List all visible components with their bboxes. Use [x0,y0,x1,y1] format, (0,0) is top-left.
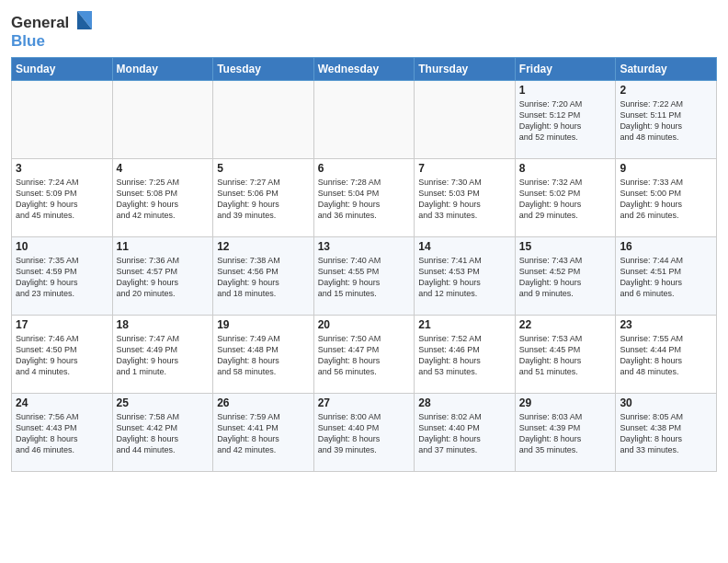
calendar-cell: 29Sunrise: 8:03 AM Sunset: 4:39 PM Dayli… [515,394,616,472]
day-info: Sunrise: 8:03 AM Sunset: 4:39 PM Dayligh… [519,411,612,456]
day-number: 11 [117,240,210,253]
calendar-cell: 15Sunrise: 7:43 AM Sunset: 4:52 PM Dayli… [515,237,616,316]
day-info: Sunrise: 8:00 AM Sunset: 4:40 PM Dayligh… [318,411,411,456]
calendar-cell: 25Sunrise: 7:58 AM Sunset: 4:42 PM Dayli… [112,394,213,472]
svg-text:Blue: Blue [11,32,45,50]
calendar-cell: 17Sunrise: 7:46 AM Sunset: 4:50 PM Dayli… [12,316,113,394]
day-number: 6 [318,162,411,175]
day-info: Sunrise: 7:49 AM Sunset: 4:48 PM Dayligh… [217,333,310,378]
day-number: 8 [519,162,612,175]
day-number: 22 [519,318,612,331]
calendar-cell: 27Sunrise: 8:00 AM Sunset: 4:40 PM Dayli… [313,394,415,472]
calendar-cell [415,81,516,159]
day-number: 20 [318,318,411,331]
calendar-cell: 18Sunrise: 7:47 AM Sunset: 4:49 PM Dayli… [112,316,213,394]
day-number: 13 [318,240,411,253]
day-info: Sunrise: 7:35 AM Sunset: 4:59 PM Dayligh… [16,255,108,300]
day-info: Sunrise: 8:02 AM Sunset: 4:40 PM Dayligh… [418,411,511,456]
day-info: Sunrise: 7:20 AM Sunset: 5:12 PM Dayligh… [519,98,612,144]
calendar-cell: 7Sunrise: 7:30 AM Sunset: 5:03 PM Daylig… [415,159,516,237]
day-info: Sunrise: 7:50 AM Sunset: 4:47 PM Dayligh… [318,333,411,378]
day-number: 24 [16,396,108,409]
calendar-cell: 19Sunrise: 7:49 AM Sunset: 4:48 PM Dayli… [213,316,314,394]
calendar-cell: 24Sunrise: 7:56 AM Sunset: 4:43 PM Dayli… [12,394,113,472]
day-info: Sunrise: 7:41 AM Sunset: 4:53 PM Dayligh… [418,255,511,300]
day-number: 10 [16,240,108,253]
calendar-cell: 1Sunrise: 7:20 AM Sunset: 5:12 PM Daylig… [515,81,616,159]
calendar-cell: 21Sunrise: 7:52 AM Sunset: 4:46 PM Dayli… [415,316,516,394]
day-info: Sunrise: 7:25 AM Sunset: 5:08 PM Dayligh… [117,177,210,222]
calendar-cell: 13Sunrise: 7:40 AM Sunset: 4:55 PM Dayli… [313,237,415,316]
day-info: Sunrise: 7:30 AM Sunset: 5:03 PM Dayligh… [418,177,511,222]
day-number: 25 [117,396,210,409]
calendar-week-5: 24Sunrise: 7:56 AM Sunset: 4:43 PM Dayli… [12,394,717,472]
day-info: Sunrise: 7:22 AM Sunset: 5:11 PM Dayligh… [620,98,712,144]
day-number: 5 [217,162,310,175]
day-number: 30 [620,396,712,409]
page-header: GeneralBlue [11,9,717,50]
day-number: 12 [217,240,310,253]
calendar-cell: 3Sunrise: 7:24 AM Sunset: 5:09 PM Daylig… [12,159,113,237]
calendar-cell: 20Sunrise: 7:50 AM Sunset: 4:47 PM Dayli… [313,316,415,394]
day-info: Sunrise: 7:58 AM Sunset: 4:42 PM Dayligh… [117,411,210,456]
day-info: Sunrise: 7:53 AM Sunset: 4:45 PM Dayligh… [519,333,612,378]
day-info: Sunrise: 7:24 AM Sunset: 5:09 PM Dayligh… [16,177,108,222]
day-info: Sunrise: 7:59 AM Sunset: 4:41 PM Dayligh… [217,411,310,456]
day-number: 27 [318,396,411,409]
day-number: 26 [217,396,310,409]
weekday-header-wednesday: Wednesday [313,58,415,81]
day-number: 23 [620,318,712,331]
day-number: 4 [117,162,210,175]
calendar-cell: 14Sunrise: 7:41 AM Sunset: 4:53 PM Dayli… [415,237,516,316]
weekday-header-row: SundayMondayTuesdayWednesdayThursdayFrid… [12,58,717,81]
day-number: 9 [620,162,712,175]
weekday-header-tuesday: Tuesday [213,58,314,81]
page-container: GeneralBlue SundayMondayTuesdayWednesday… [0,0,728,477]
calendar-cell: 2Sunrise: 7:22 AM Sunset: 5:11 PM Daylig… [616,81,717,159]
day-number: 1 [519,84,612,97]
weekday-header-saturday: Saturday [616,58,717,81]
calendar-cell: 11Sunrise: 7:36 AM Sunset: 4:57 PM Dayli… [112,237,213,316]
day-number: 17 [16,318,108,331]
day-number: 16 [620,240,712,253]
logo: GeneralBlue [11,9,94,50]
weekday-header-thursday: Thursday [415,58,516,81]
day-number: 3 [16,162,108,175]
calendar-cell [213,81,314,159]
svg-text:General: General [11,14,69,31]
calendar-week-2: 3Sunrise: 7:24 AM Sunset: 5:09 PM Daylig… [12,159,717,237]
day-number: 29 [519,396,612,409]
day-info: Sunrise: 7:32 AM Sunset: 5:02 PM Dayligh… [519,177,612,222]
weekday-header-sunday: Sunday [12,58,113,81]
calendar-cell: 16Sunrise: 7:44 AM Sunset: 4:51 PM Dayli… [616,237,717,316]
calendar-cell: 26Sunrise: 7:59 AM Sunset: 4:41 PM Dayli… [213,394,314,472]
calendar-week-4: 17Sunrise: 7:46 AM Sunset: 4:50 PM Dayli… [12,316,717,394]
day-number: 21 [418,318,511,331]
day-info: Sunrise: 7:44 AM Sunset: 4:51 PM Dayligh… [620,255,712,300]
day-info: Sunrise: 7:56 AM Sunset: 4:43 PM Dayligh… [16,411,108,456]
day-info: Sunrise: 7:55 AM Sunset: 4:44 PM Dayligh… [620,333,712,378]
day-info: Sunrise: 7:28 AM Sunset: 5:04 PM Dayligh… [318,177,411,222]
calendar-cell: 10Sunrise: 7:35 AM Sunset: 4:59 PM Dayli… [12,237,113,316]
calendar-cell: 4Sunrise: 7:25 AM Sunset: 5:08 PM Daylig… [112,159,213,237]
day-info: Sunrise: 7:46 AM Sunset: 4:50 PM Dayligh… [16,333,108,378]
calendar-cell [112,81,213,159]
calendar-cell: 5Sunrise: 7:27 AM Sunset: 5:06 PM Daylig… [213,159,314,237]
calendar-cell: 8Sunrise: 7:32 AM Sunset: 5:02 PM Daylig… [515,159,616,237]
day-info: Sunrise: 7:40 AM Sunset: 4:55 PM Dayligh… [318,255,411,300]
day-number: 15 [519,240,612,253]
day-number: 28 [418,396,511,409]
calendar-cell: 30Sunrise: 8:05 AM Sunset: 4:38 PM Dayli… [616,394,717,472]
day-number: 2 [620,84,712,97]
calendar-cell: 23Sunrise: 7:55 AM Sunset: 4:44 PM Dayli… [616,316,717,394]
day-info: Sunrise: 7:38 AM Sunset: 4:56 PM Dayligh… [217,255,310,300]
logo-svg: GeneralBlue [11,9,94,50]
day-info: Sunrise: 7:43 AM Sunset: 4:52 PM Dayligh… [519,255,612,300]
calendar-week-3: 10Sunrise: 7:35 AM Sunset: 4:59 PM Dayli… [12,237,717,316]
calendar-table: SundayMondayTuesdayWednesdayThursdayFrid… [11,57,717,472]
calendar-cell: 9Sunrise: 7:33 AM Sunset: 5:00 PM Daylig… [616,159,717,237]
day-info: Sunrise: 7:47 AM Sunset: 4:49 PM Dayligh… [117,333,210,378]
calendar-cell: 6Sunrise: 7:28 AM Sunset: 5:04 PM Daylig… [313,159,415,237]
day-info: Sunrise: 7:33 AM Sunset: 5:00 PM Dayligh… [620,177,712,222]
calendar-week-1: 1Sunrise: 7:20 AM Sunset: 5:12 PM Daylig… [12,81,717,159]
